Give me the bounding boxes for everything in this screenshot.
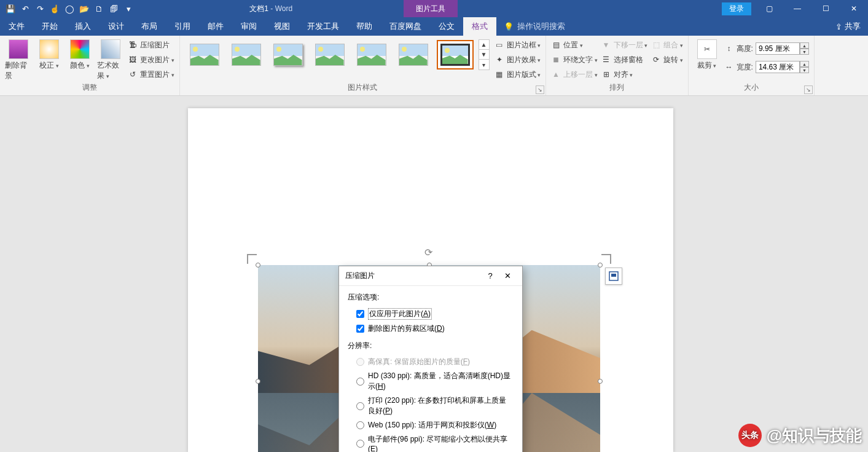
- login-button[interactable]: 登录: [722, 2, 751, 15]
- res-email-row[interactable]: 电子邮件(96 ppi): 尽可能缩小文档以便共享(E): [348, 432, 514, 452]
- tab-view[interactable]: 视图: [265, 17, 299, 36]
- width-down-icon[interactable]: ▼: [800, 67, 809, 73]
- redo-icon[interactable]: ↷: [33, 2, 47, 15]
- compress-pictures-button[interactable]: 🗜压缩图片: [128, 38, 174, 52]
- res-hd-radio[interactable]: [356, 378, 364, 386]
- ribbon-display-icon[interactable]: ▢: [755, 0, 783, 17]
- picture-effects-button[interactable]: ✦图片效果: [495, 53, 541, 66]
- new-doc-icon[interactable]: 🗋: [92, 2, 106, 15]
- height-down-icon[interactable]: ▼: [800, 49, 809, 55]
- style-item-1[interactable]: [186, 40, 223, 69]
- width-row: ↔ 宽度: ▲▼: [724, 60, 809, 74]
- align-button[interactable]: ⊞对齐: [601, 68, 648, 81]
- tell-me-search[interactable]: 💡 操作说明搜索: [496, 17, 573, 36]
- copy-icon[interactable]: 🗐: [107, 2, 120, 15]
- gallery-down-icon[interactable]: ▼: [479, 50, 489, 60]
- selection-pane-button[interactable]: ☰选择窗格: [601, 53, 648, 66]
- align-label: 对齐: [614, 69, 633, 80]
- selection-label: 选择窗格: [614, 55, 643, 65]
- close-icon[interactable]: ✕: [840, 0, 868, 17]
- crop-button[interactable]: ✂ 裁剪: [694, 38, 721, 71]
- apply-only-label: 仅应用于此图片(A): [368, 308, 432, 320]
- delete-crop-checkbox[interactable]: [356, 325, 364, 333]
- res-web-radio[interactable]: [356, 421, 364, 429]
- tab-layout[interactable]: 布局: [133, 17, 166, 36]
- share-button[interactable]: ⇪ 共享: [835, 17, 861, 36]
- style-item-3[interactable]: [270, 40, 307, 69]
- apply-only-checkbox-row[interactable]: 仅应用于此图片(A): [348, 306, 514, 322]
- tab-insert[interactable]: 插入: [66, 17, 100, 36]
- wrap-text-button[interactable]: ≣环绕文字: [551, 53, 598, 66]
- group-adjust-label: 调整: [5, 81, 174, 94]
- dialog-title-bar[interactable]: 压缩图片 ? ✕: [339, 266, 522, 286]
- width-input[interactable]: [756, 61, 800, 73]
- undo-icon[interactable]: ↶: [18, 2, 32, 15]
- tab-design[interactable]: 设计: [100, 17, 133, 36]
- rotate-label: 旋转: [663, 55, 683, 65]
- tab-review[interactable]: 审阅: [232, 17, 265, 36]
- wrap-icon: ≣: [551, 55, 561, 65]
- styles-dialog-launcher[interactable]: ↘: [536, 85, 544, 94]
- circle-icon[interactable]: ◯: [63, 2, 76, 15]
- share-icon: ⇪: [835, 22, 842, 31]
- style-item-7[interactable]: [437, 40, 474, 69]
- group-button[interactable]: ⬚组合: [651, 38, 683, 52]
- res-print-radio[interactable]: [356, 402, 364, 410]
- doc-name: 文档1: [249, 4, 268, 13]
- tab-developer[interactable]: 开发工具: [299, 17, 348, 36]
- artistic-effects-button[interactable]: 艺术效果: [97, 38, 124, 81]
- remove-background-button[interactable]: 删除背景: [5, 38, 32, 81]
- style-item-2[interactable]: [228, 40, 265, 69]
- delete-crop-checkbox-row[interactable]: 删除图片的剪裁区域(D): [348, 322, 514, 336]
- gallery-up-icon[interactable]: ▲: [479, 40, 489, 50]
- save-icon[interactable]: 💾: [4, 2, 17, 15]
- tab-gongwen[interactable]: 公文: [430, 17, 463, 36]
- touch-mode-icon[interactable]: ☝: [48, 2, 61, 15]
- res-hd-row[interactable]: HD (330 ppi): 高质量，适合高清晰度(HD)显示(H): [348, 369, 514, 394]
- rotate-handle-icon[interactable]: ⟳: [424, 247, 434, 256]
- picture-border-button[interactable]: ▭图片边框: [495, 38, 541, 52]
- send-backward-button[interactable]: ▼下移一层: [601, 38, 648, 52]
- style-item-4[interactable]: [311, 40, 348, 69]
- tab-mailings[interactable]: 邮件: [199, 17, 232, 36]
- tab-file[interactable]: 文件: [0, 17, 33, 36]
- rotate-button[interactable]: ⟳旋转: [651, 53, 683, 66]
- style-item-5[interactable]: [353, 40, 390, 69]
- dialog-help-icon[interactable]: ?: [482, 268, 499, 285]
- res-web-row[interactable]: Web (150 ppi): 适用于网页和投影仪(W): [348, 418, 514, 432]
- reset-picture-button[interactable]: ↺重置图片: [128, 68, 174, 81]
- tab-help[interactable]: 帮助: [348, 17, 381, 36]
- lightbulb-icon: 💡: [504, 22, 514, 31]
- group-adjust: 删除背景 校正 颜色 艺术效果 🗜压缩图片 🖼更改图片 ↺重置图片 调整: [0, 36, 180, 95]
- position-button[interactable]: ▤位置: [551, 38, 598, 52]
- resize-handle-l[interactable]: [256, 379, 260, 384]
- gallery-more-icon[interactable]: ▾: [479, 60, 489, 69]
- apply-only-checkbox[interactable]: [356, 310, 364, 318]
- change-picture-button[interactable]: 🖼更改图片: [128, 53, 174, 66]
- delete-crop-label: 删除图片的剪裁区域(D): [368, 323, 445, 334]
- maximize-icon[interactable]: ☐: [811, 0, 840, 17]
- tab-home[interactable]: 开始: [33, 17, 66, 36]
- width-up-icon[interactable]: ▲: [800, 61, 809, 67]
- corrections-button[interactable]: 校正: [36, 38, 63, 71]
- open-icon[interactable]: 📂: [77, 2, 91, 15]
- height-input[interactable]: [756, 42, 800, 55]
- picture-layout-button[interactable]: ▦图片版式: [495, 68, 541, 81]
- size-dialog-launcher[interactable]: ↘: [804, 85, 813, 94]
- color-button[interactable]: 颜色: [66, 38, 93, 71]
- tab-references[interactable]: 引用: [166, 17, 199, 36]
- dialog-close-icon[interactable]: ✕: [499, 268, 516, 285]
- res-print-row[interactable]: 打印 (220 ppi): 在多数打印机和屏幕上质量良好(P): [348, 394, 514, 418]
- style-item-6[interactable]: [395, 40, 432, 69]
- resize-handle-r[interactable]: [598, 379, 603, 384]
- reset-label: 重置图片: [140, 69, 174, 80]
- minimize-icon[interactable]: —: [783, 0, 811, 17]
- height-up-icon[interactable]: ▲: [800, 42, 809, 49]
- tab-baidu[interactable]: 百度网盘: [381, 17, 430, 36]
- tab-format[interactable]: 格式: [463, 17, 496, 36]
- layout-options-button[interactable]: [605, 268, 622, 285]
- watermark-logo-icon: 头条: [738, 424, 762, 447]
- res-email-radio[interactable]: [356, 440, 364, 448]
- bring-forward-button[interactable]: ▲上移一层: [551, 68, 598, 81]
- qat-more-icon[interactable]: ▾: [122, 2, 135, 15]
